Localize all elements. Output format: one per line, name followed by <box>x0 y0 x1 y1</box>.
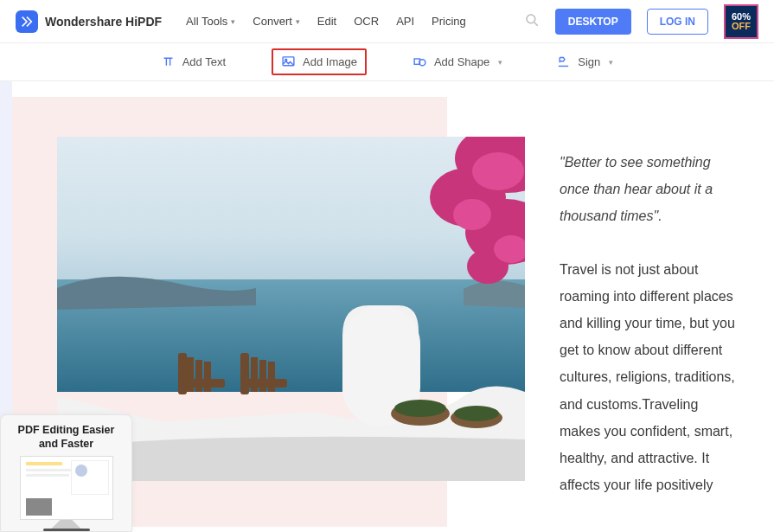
brand-logo[interactable]: Wondershare HiPDF <box>16 10 162 33</box>
svg-rect-17 <box>259 360 266 392</box>
nav-edit[interactable]: Edit <box>317 15 336 28</box>
nav-pricing[interactable]: Pricing <box>432 15 466 28</box>
editor-toolbar: Add Text Add Image Add Shape ▾ Sign ▾ <box>0 43 774 81</box>
article-quote: "Better to see something once than hear … <box>560 149 741 230</box>
primary-nav: All Tools ▾ Convert ▾ Edit OCR API Prici… <box>186 15 466 28</box>
sign-tool[interactable]: Sign ▾ <box>548 50 621 74</box>
svg-point-22 <box>454 406 499 421</box>
text-icon <box>161 54 176 69</box>
chevron-down-icon: ▾ <box>609 58 613 67</box>
svg-line-1 <box>534 22 538 26</box>
add-shape-tool[interactable]: Add Shape ▾ <box>405 50 510 74</box>
discount-badge[interactable]: 60% OFF <box>724 4 758 39</box>
sign-icon <box>556 54 571 69</box>
monitor-icon <box>20 456 113 520</box>
floating-promo-title: PDF Editing Easier and Faster <box>7 423 125 452</box>
article-body: Travel is not just about roaming into di… <box>560 256 741 499</box>
search-icon[interactable] <box>524 12 540 31</box>
nav-all-tools[interactable]: All Tools ▾ <box>186 15 235 28</box>
svg-rect-10 <box>178 353 187 394</box>
nav-convert[interactable]: Convert ▾ <box>253 15 300 28</box>
add-image-tool[interactable]: Add Image <box>272 48 367 75</box>
svg-point-20 <box>394 400 446 417</box>
chevron-down-icon: ▾ <box>231 17 235 26</box>
article-text: "Better to see something once than hear … <box>560 97 741 532</box>
chevron-down-icon: ▾ <box>498 58 502 67</box>
chevron-down-icon: ▾ <box>296 17 300 26</box>
shape-icon <box>413 54 427 69</box>
svg-point-28 <box>453 199 491 230</box>
svg-rect-18 <box>268 362 275 392</box>
add-text-tool[interactable]: Add Text <box>153 50 233 74</box>
svg-rect-13 <box>204 362 211 392</box>
svg-rect-16 <box>251 357 258 392</box>
svg-point-27 <box>472 152 524 190</box>
image-icon <box>281 54 296 69</box>
svg-rect-11 <box>187 357 194 392</box>
floating-promo-card[interactable]: PDF Editing Easier and Faster <box>0 414 132 533</box>
brand-mark-icon <box>16 10 38 33</box>
svg-rect-12 <box>195 360 202 392</box>
nav-ocr[interactable]: OCR <box>354 15 379 28</box>
desktop-button[interactable]: DESKTOP <box>555 9 631 35</box>
svg-point-0 <box>527 15 535 23</box>
nav-api[interactable]: API <box>396 15 414 28</box>
brand-name: Wondershare HiPDF <box>45 15 162 29</box>
login-button[interactable]: LOG IN <box>647 9 708 35</box>
svg-rect-15 <box>240 353 249 394</box>
top-nav: Wondershare HiPDF All Tools ▾ Convert ▾ … <box>0 0 774 43</box>
